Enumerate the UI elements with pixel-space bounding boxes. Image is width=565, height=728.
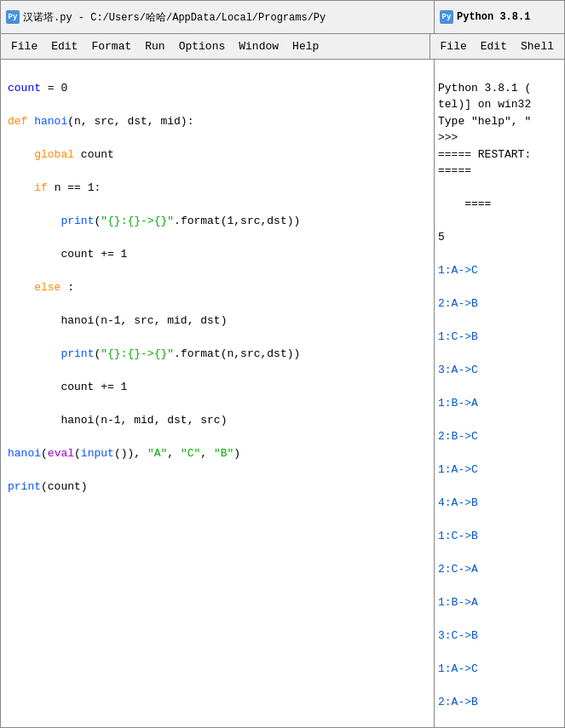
shell-menu-bar: File Edit Shell xyxy=(430,34,565,60)
shell-line-8: 2:A->B xyxy=(438,295,561,312)
shell-line-15: 1:C->B xyxy=(438,528,561,545)
shell-menu-shell[interactable]: Shell xyxy=(514,38,561,54)
editor-menu-bar: File Edit Format Run Options Window Help xyxy=(0,34,430,60)
shell-line-5: ===== RESTART: ===== xyxy=(438,146,561,180)
shell-line-2: tel)] on win32 xyxy=(438,96,561,113)
editor-title-text: 汉诺塔.py - C:/Users/哈哈/AppData/Local/Progr… xyxy=(23,10,326,25)
editor-icon: Py xyxy=(6,10,20,24)
code-line-13: print(count) xyxy=(1,479,434,496)
shell-menu-file[interactable]: File xyxy=(434,38,474,54)
shell-line-5b: ==== xyxy=(438,196,561,213)
shell-menu-edit[interactable]: Edit xyxy=(474,38,514,54)
shell-icon: Py xyxy=(440,10,453,24)
menu-window[interactable]: Window xyxy=(232,38,285,54)
shell-line-1: Python 3.8.1 ( xyxy=(438,80,561,97)
shell-pane[interactable]: Python 3.8.1 (tel)] on win32Type "help",… xyxy=(435,60,565,728)
menu-bars: File Edit Format Run Options Window Help… xyxy=(0,34,565,60)
title-bars: Py 汉诺塔.py - C:/Users/哈哈/AppData/Local/Pr… xyxy=(0,0,565,34)
code-line-5: print("{}:{}->{}".format(1,src,dst)) xyxy=(1,213,434,230)
code-line-8: hanoi(n-1, src, mid, dst) xyxy=(1,312,434,330)
menu-run[interactable]: Run xyxy=(138,38,171,54)
code-line-12: hanoi(eval(input()), "A", "C", "B") xyxy=(1,445,434,462)
shell-line-12: 2:B->C xyxy=(438,428,561,445)
shell-line-20: 2:A->B xyxy=(438,694,561,711)
shell-line-18: 3:C->B xyxy=(438,628,561,645)
editor-title-bar: Py 汉诺塔.py - C:/Users/哈哈/AppData/Local/Pr… xyxy=(0,0,435,34)
shell-line-13: 1:A->C xyxy=(438,461,561,479)
shell-line-14: 4:A->B xyxy=(438,495,561,512)
menu-edit[interactable]: Edit xyxy=(44,38,84,54)
code-line-7: else : xyxy=(1,279,434,296)
shell-line-19: 1:A->C xyxy=(438,661,561,678)
menu-options[interactable]: Options xyxy=(172,38,233,54)
shell-line-6: 5 xyxy=(438,229,561,246)
code-line-2: def hanoi(n, src, dst, mid): xyxy=(1,113,434,130)
code-line-3: global count xyxy=(1,146,434,163)
code-line-4: if n == 1: xyxy=(1,180,434,197)
code-line-9: print("{}:{}->{}".format(n,src,dst)) xyxy=(1,346,434,363)
menu-format[interactable]: Format xyxy=(84,38,138,54)
shell-line-3: Type "help", " xyxy=(438,113,561,130)
code-line-1: count = 0 xyxy=(1,80,434,97)
code-line-10: count += 1 xyxy=(1,379,434,396)
shell-line-9: 1:C->B xyxy=(438,329,561,346)
editor-pane[interactable]: count = 0 def hanoi(n, src, dst, mid): g… xyxy=(0,60,435,728)
shell-line-17: 1:B->A xyxy=(438,594,561,611)
shell-line-10: 3:A->C xyxy=(438,362,561,379)
code-line-6: count += 1 xyxy=(1,246,434,263)
menu-file[interactable]: File xyxy=(4,38,44,54)
shell-line-7: 1:A->C xyxy=(438,262,561,279)
code-line-11: hanoi(n-1, mid, dst, src) xyxy=(1,412,434,429)
shell-title-text: Python 3.8.1 xyxy=(457,11,530,23)
shell-line-16: 2:C->A xyxy=(438,561,561,578)
content-area: count = 0 def hanoi(n, src, dst, mid): g… xyxy=(0,60,565,728)
shell-line-4: >>> xyxy=(438,129,561,146)
shell-title-bar: Py Python 3.8.1 xyxy=(435,0,565,34)
menu-help[interactable]: Help xyxy=(285,38,326,54)
shell-line-11: 1:B->A xyxy=(438,395,561,412)
